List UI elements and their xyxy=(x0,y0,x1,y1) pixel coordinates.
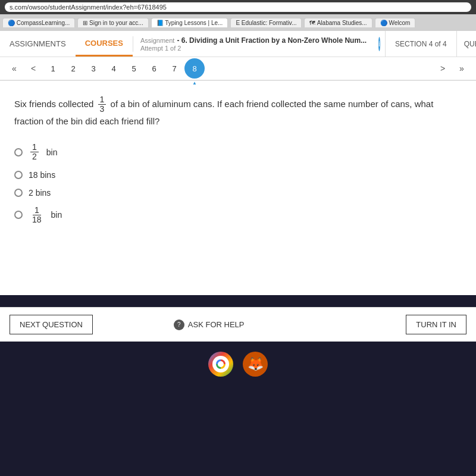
question-text-before: Six friends collected xyxy=(14,99,93,109)
question-fraction-numerator: 1 xyxy=(98,95,107,105)
question-nav: « < 1 2 3 4 5 6 7 8 > » xyxy=(0,57,476,81)
tab-bar: 🔵 CompassLearning... ⊞ Sign in to your a… xyxy=(0,14,476,31)
nav-courses[interactable]: COURSES xyxy=(76,31,133,57)
question-num-5[interactable]: 5 xyxy=(124,58,144,79)
assignment-label: Assignment xyxy=(140,37,174,44)
option-d-numerator: 1 xyxy=(33,206,41,215)
last-page-button[interactable]: » xyxy=(452,59,471,78)
option-a-denominator: 2 xyxy=(30,152,39,161)
question-num-1[interactable]: 1 xyxy=(43,58,63,79)
question-fraction-denominator: 3 xyxy=(98,105,107,114)
option-a-fraction: 1 2 xyxy=(30,143,39,162)
svg-point-1 xyxy=(218,361,224,367)
nav-assignments[interactable]: ASSIGNMENTS xyxy=(0,31,76,57)
question-num-3[interactable]: 3 xyxy=(83,58,104,79)
option-c[interactable]: 2 bins xyxy=(14,188,462,198)
next-page-button[interactable]: > xyxy=(433,59,452,78)
option-d-suffix: bin xyxy=(51,210,62,220)
option-a-suffix: bin xyxy=(46,148,58,157)
info-icon[interactable]: i xyxy=(378,37,380,51)
prev-page-button[interactable]: < xyxy=(24,59,43,78)
attempt-label: Attempt 1 of 2 xyxy=(140,45,367,52)
radio-c[interactable] xyxy=(14,189,23,197)
ask-help-label: ASK FOR HELP xyxy=(188,320,245,329)
tab-typing-lessons[interactable]: 📘 Typing Lessons | Le... xyxy=(151,18,228,27)
option-d[interactable]: 1 18 bin xyxy=(14,206,462,225)
section-info: SECTION 4 of 4 xyxy=(385,31,456,57)
radio-a[interactable] xyxy=(14,148,23,156)
ask-icon: ? xyxy=(174,320,184,330)
tab-alabama[interactable]: 🗺 Alabama Studies... xyxy=(304,18,372,27)
tab-edulastic[interactable]: E Edulastic: Formativ... xyxy=(230,18,302,27)
radio-d[interactable] xyxy=(14,211,23,219)
address-bar[interactable]: s.com/owsoo/studentAssignment/index?eh=6… xyxy=(5,2,471,12)
next-question-button[interactable]: NEXT QUESTION xyxy=(10,315,93,334)
app-header: ASSIGNMENTS COURSES Assignment - 6. Divi… xyxy=(0,31,476,57)
option-d-fraction: 1 18 xyxy=(30,206,43,225)
footer: NEXT QUESTION ? ASK FOR HELP TURN IT IN xyxy=(0,307,476,342)
question-num-8[interactable]: 8 xyxy=(184,58,205,79)
assignment-info: Assignment - 6. Dividing a Unit Fraction… xyxy=(133,36,374,52)
question-fraction: 1 3 xyxy=(98,95,107,114)
content-area: Six friends collected 1 3 of a bin of al… xyxy=(0,81,476,295)
assignment-title: - 6. Dividing a Unit Fraction by a Non-Z… xyxy=(177,36,367,45)
chrome-icon[interactable] xyxy=(208,352,233,377)
tab-compasslearning[interactable]: 🔵 CompassLearning... xyxy=(2,18,75,27)
question-num-6[interactable]: 6 xyxy=(144,58,164,79)
fox-icon[interactable]: 🦊 xyxy=(243,352,268,377)
turn-it-in-button[interactable]: TURN IT IN xyxy=(406,315,466,334)
question-label: QUESTION xyxy=(456,31,476,57)
tab-welcome[interactable]: 🔵 Welcom xyxy=(375,18,416,27)
tab-signin[interactable]: ⊞ Sign in to your acc... xyxy=(77,18,148,27)
option-a-numerator: 1 xyxy=(30,143,39,152)
app-nav: ASSIGNMENTS COURSES xyxy=(0,31,133,57)
options-list: 1 2 bin 18 bins 2 bins 1 18 bin xyxy=(14,143,462,225)
option-c-text: 2 bins xyxy=(29,188,51,198)
radio-b[interactable] xyxy=(14,171,23,179)
question-num-7[interactable]: 7 xyxy=(164,58,184,79)
option-d-denominator: 18 xyxy=(30,215,43,224)
ask-for-help-button[interactable]: ? ASK FOR HELP xyxy=(174,320,245,330)
option-b-text: 18 bins xyxy=(29,170,55,180)
question-num-4[interactable]: 4 xyxy=(104,58,124,79)
option-b[interactable]: 18 bins xyxy=(14,170,462,180)
question-text: Six friends collected 1 3 of a bin of al… xyxy=(14,95,462,129)
question-num-2[interactable]: 2 xyxy=(63,58,83,79)
option-a[interactable]: 1 2 bin xyxy=(14,143,462,162)
address-bar-container: s.com/owsoo/studentAssignment/index?eh=6… xyxy=(0,0,476,14)
taskbar: 🦊 xyxy=(0,346,476,382)
first-page-button[interactable]: « xyxy=(5,59,24,78)
